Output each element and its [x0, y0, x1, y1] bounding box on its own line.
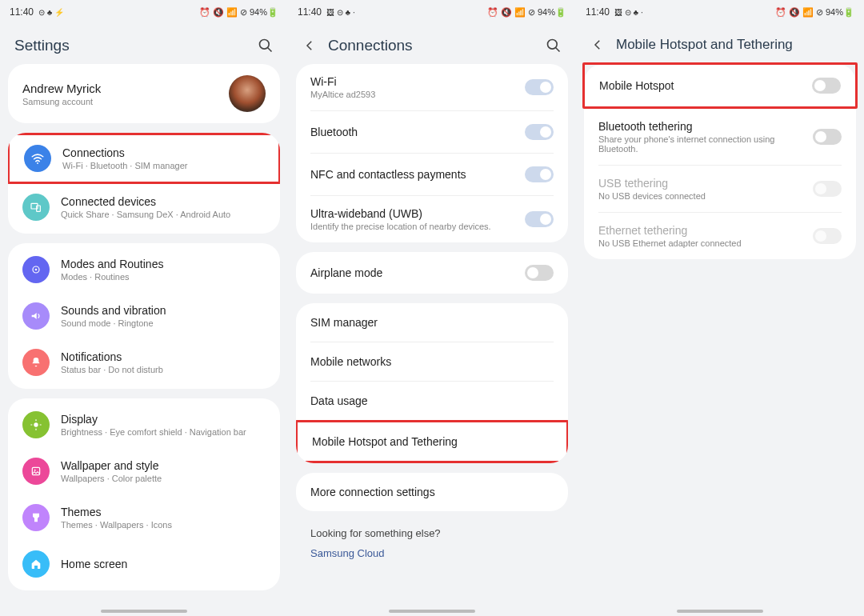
settings-item-notifications[interactable]: NotificationsStatus bar · Do not disturb	[8, 339, 280, 386]
status-left-icons: ⊝ ♣ ⚡	[38, 8, 64, 17]
svg-line-15	[556, 48, 560, 52]
uwb-toggle[interactable]	[525, 211, 554, 227]
back-icon[interactable]	[590, 38, 605, 52]
connections-mobile-networks[interactable]: Mobile networks	[296, 342, 568, 381]
display-icon	[22, 411, 50, 438]
airplane-toggle[interactable]	[525, 265, 554, 281]
wifi-toggle[interactable]	[525, 79, 554, 95]
svg-point-13	[34, 470, 36, 471]
bluetooth-tethering-toggle[interactable]	[813, 129, 842, 145]
home-indicator[interactable]	[389, 610, 475, 613]
home-indicator[interactable]	[677, 610, 763, 613]
svg-point-14	[548, 40, 558, 50]
connections-bluetooth[interactable]: Bluetooth	[296, 111, 568, 153]
back-icon[interactable]	[302, 38, 317, 53]
connections-nfc[interactable]: NFC and contactless payments	[296, 154, 568, 195]
page-title: Settings	[14, 37, 70, 54]
connections-more[interactable]: More connection settings	[296, 473, 568, 511]
page-title: Mobile Hotspot and Tethering	[616, 37, 793, 53]
wallpaper-icon	[22, 458, 50, 485]
status-bar: 11:40🖼 ⊝ ♣ · ⏰ 🔇 📶 ⊘ 94%🔋	[576, 0, 864, 24]
devices-icon	[22, 194, 50, 221]
connections-sim[interactable]: SIM manager	[296, 303, 568, 342]
ethernet-tethering-toggle	[813, 228, 842, 244]
status-time: 11:40	[10, 6, 34, 18]
usb-tethering-toggle	[813, 181, 842, 197]
settings-item-connections[interactable]: Connections Wi-Fi · Bluetooth · SIM mana…	[10, 135, 278, 182]
hotspot-bluetooth-tethering[interactable]: Bluetooth tetheringShare your phone's in…	[584, 109, 856, 165]
settings-item-sounds[interactable]: Sounds and vibrationSound mode · Rington…	[8, 293, 280, 339]
account-name: Andrew Myrick	[22, 82, 101, 95]
svg-point-0	[260, 40, 270, 50]
status-left-icons: 🖼 ⊝ ♣ ·	[614, 8, 643, 17]
search-icon[interactable]	[258, 38, 274, 54]
status-right-icons: ⏰ 🔇 📶 ⊘ 94%🔋	[199, 7, 278, 18]
status-time: 11:40	[586, 6, 610, 18]
bell-icon	[22, 349, 50, 376]
connections-airplane[interactable]: Airplane mode	[296, 252, 568, 294]
account-sub: Samsung account	[22, 97, 101, 106]
hotspot-mobile-hotspot[interactable]: Mobile Hotspot	[585, 65, 855, 106]
pane-connections: 11:40🖼 ⊝ ♣ · ⏰ 🔇 📶 ⊘ 94%🔋 Connections Wi…	[288, 0, 576, 616]
pane-hotspot: 11:40🖼 ⊝ ♣ · ⏰ 🔇 📶 ⊘ 94%🔋 Mobile Hotspot…	[576, 0, 864, 616]
home-indicator[interactable]	[101, 610, 187, 613]
settings-item-home-screen[interactable]: Home screen	[8, 541, 280, 587]
footer-link-samsung-cloud[interactable]: Samsung Cloud	[310, 547, 554, 559]
hotspot-ethernet-tethering: Ethernet tetheringNo USB Ethernet adapte…	[584, 213, 856, 259]
status-time: 11:40	[298, 6, 322, 18]
account-card[interactable]: Andrew Myrick Samsung account	[8, 64, 280, 123]
status-bar: 11:40🖼 ⊝ ♣ · ⏰ 🔇 📶 ⊘ 94%🔋	[288, 0, 576, 24]
svg-point-6	[35, 269, 38, 271]
page-title: Connections	[328, 37, 413, 54]
settings-item-connected-devices[interactable]: Connected devices Quick Share · Samsung …	[8, 184, 280, 230]
svg-point-2	[37, 162, 38, 164]
status-left-icons: 🖼 ⊝ ♣ ·	[326, 8, 355, 17]
nfc-toggle[interactable]	[525, 166, 554, 182]
svg-point-7	[34, 422, 38, 426]
settings-item-wallpaper[interactable]: Wallpaper and styleWallpapers · Color pa…	[8, 448, 280, 494]
pane-settings: 11:40 ⊝ ♣ ⚡ ⏰ 🔇 📶 ⊘ 94%🔋 Settings Andrew…	[0, 0, 288, 616]
sound-icon	[22, 302, 50, 330]
settings-item-themes[interactable]: ThemesThemes · Wallpapers · Icons	[8, 494, 280, 541]
themes-icon	[22, 504, 50, 531]
status-right-icons: ⏰ 🔇 📶 ⊘ 94%🔋	[487, 7, 566, 18]
mobile-hotspot-toggle[interactable]	[812, 78, 841, 94]
settings-item-modes[interactable]: Modes and RoutinesModes · Routines	[8, 246, 280, 293]
hotspot-usb-tethering: USB tetheringNo USB devices connected	[584, 166, 856, 212]
connections-wifi[interactable]: Wi-FiMyAltice ad2593	[296, 64, 568, 110]
connections-data-usage[interactable]: Data usage	[296, 382, 568, 420]
connections-hotspot-tethering[interactable]: Mobile Hotspot and Tethering	[298, 422, 566, 461]
connections-uwb[interactable]: Ultra-wideband (UWB)Identify the precise…	[296, 196, 568, 242]
avatar[interactable]	[229, 75, 266, 112]
status-bar: 11:40 ⊝ ♣ ⚡ ⏰ 🔇 📶 ⊘ 94%🔋	[0, 0, 288, 24]
settings-item-display[interactable]: DisplayBrightness · Eye comfort shield ·…	[8, 402, 280, 448]
wifi-icon	[24, 145, 51, 172]
status-right-icons: ⏰ 🔇 📶 ⊘ 94%🔋	[775, 7, 854, 18]
svg-line-1	[268, 48, 272, 52]
home-icon	[22, 550, 50, 578]
search-icon[interactable]	[546, 38, 562, 54]
modes-icon	[22, 256, 50, 283]
bluetooth-toggle[interactable]	[525, 124, 554, 140]
footer-question: Looking for something else?	[310, 527, 554, 547]
